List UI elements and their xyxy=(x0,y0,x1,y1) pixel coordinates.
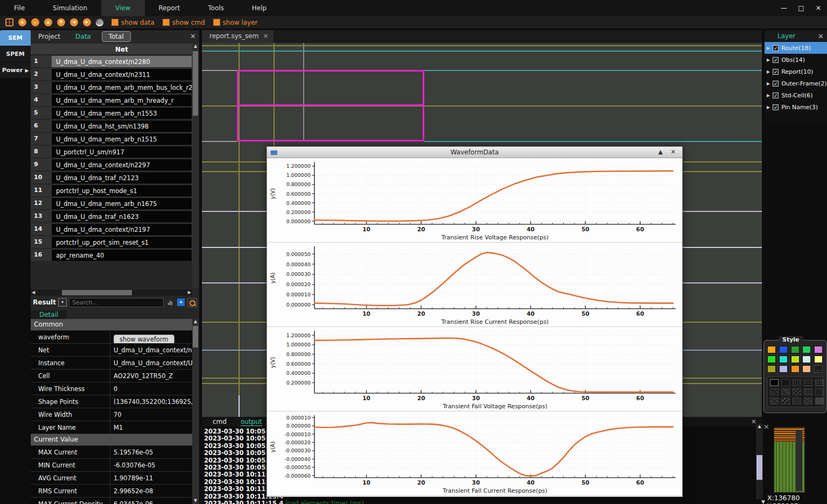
search-icon[interactable] xyxy=(187,298,197,307)
checkbox-icon[interactable] xyxy=(163,19,170,26)
net-name[interactable]: apr_rename_40 xyxy=(51,249,192,262)
rail-tab-sem[interactable]: SEM xyxy=(0,30,31,46)
pattern-swatch[interactable] xyxy=(793,388,801,395)
checkbox-icon[interactable]: ✓ xyxy=(773,93,779,98)
checkbox-icon[interactable]: ✓ xyxy=(773,81,779,87)
expand-icon[interactable]: ▶ xyxy=(767,105,770,110)
net-name[interactable]: U_dma_U_dma_context/n2297 xyxy=(51,159,192,172)
pattern-swatch[interactable] xyxy=(815,397,824,404)
net-name[interactable]: U_dma_U_dma_mem_arb_m_hready_r xyxy=(51,94,192,107)
show-waveform-button[interactable]: show waveform xyxy=(114,335,174,343)
checkbox-icon[interactable] xyxy=(111,19,118,26)
net-row[interactable]: 3U_dma_U_dma_mem_arb_mem_bus_lock_r2 xyxy=(31,81,192,94)
pattern-swatch[interactable] xyxy=(804,397,812,404)
globe-icon[interactable] xyxy=(96,19,103,26)
net-row[interactable]: 6U_dma_U_dma_hst_sm/n1398 xyxy=(31,120,192,133)
pattern-swatch[interactable] xyxy=(781,397,790,404)
menu-view[interactable]: View xyxy=(101,0,144,16)
zoom-out-icon[interactable]: - xyxy=(31,18,39,26)
histogram-icon[interactable] xyxy=(166,298,174,307)
net-row[interactable]: 16apr_rename_40 xyxy=(31,249,192,262)
layer-item-std-cell[interactable]: ▶✓Std-Cell(6) xyxy=(765,89,827,101)
net-row[interactable]: 1U_dma_U_dma_context/n2280 xyxy=(31,55,192,68)
layer-item-report[interactable]: ▶✓Report(10) xyxy=(765,66,827,77)
color-swatch[interactable] xyxy=(779,365,788,373)
scroll-down-icon[interactable]: ▼ xyxy=(761,499,765,504)
checkbox-icon[interactable]: ✓ xyxy=(773,104,779,110)
result-dropdown[interactable]: ▾ xyxy=(58,298,67,307)
net-row[interactable]: 9U_dma_U_dma_context/n2297 xyxy=(31,159,192,172)
tab-report-sys-sem[interactable]: report.sys_sem✕ xyxy=(202,30,274,43)
net-name[interactable]: U_dma_U_dma_mem_arb_n1553 xyxy=(51,107,192,120)
close-icon[interactable]: ✕ xyxy=(814,4,823,12)
menu-simulation[interactable]: Simulation xyxy=(39,0,101,16)
collapse-icon[interactable]: ▲ xyxy=(658,148,663,155)
net-name[interactable]: U_dma_U_dma_mem_arb_n1515 xyxy=(51,133,192,146)
pattern-swatch[interactable] xyxy=(804,388,812,395)
color-swatch[interactable] xyxy=(791,365,800,373)
layout-grid-icon[interactable] xyxy=(5,18,13,26)
net-name[interactable]: U_dma_U_dma_context/n2197 xyxy=(51,223,192,236)
net-row[interactable]: 14U_dma_U_dma_context/n2197 xyxy=(31,223,192,236)
zoom-in-icon[interactable]: + xyxy=(18,18,26,26)
left-arrow-icon[interactable]: ◀ xyxy=(70,18,78,26)
tab-total[interactable]: Total xyxy=(102,31,131,42)
pattern-swatch[interactable] xyxy=(815,379,824,386)
close-icon[interactable]: ✕ xyxy=(190,32,196,40)
layer-item-pin--name[interactable]: ▶✓Pin Name(3) xyxy=(765,101,827,113)
net-name[interactable]: U_dma_U_dma_mem_arb_n1675 xyxy=(51,197,192,210)
console-tab-output[interactable]: output xyxy=(241,418,262,426)
pattern-swatch[interactable] xyxy=(793,397,801,404)
locate-icon[interactable]: ✦ xyxy=(177,298,185,307)
close-icon[interactable]: ✕ xyxy=(818,32,824,40)
rail-tab-spem[interactable]: SPEM xyxy=(0,46,31,62)
more-colors-button[interactable]: ... xyxy=(814,365,823,373)
right-arrow-icon[interactable]: ▶ xyxy=(83,18,91,26)
layer-item-obs[interactable]: ▶✓Obs(14) xyxy=(765,54,827,66)
tab-data[interactable]: Data xyxy=(68,33,99,40)
search-input[interactable] xyxy=(69,298,164,307)
menu-help[interactable]: Help xyxy=(238,0,281,16)
pattern-swatch[interactable] xyxy=(793,379,801,386)
net-table-hscrollbar[interactable]: ◀▶ xyxy=(31,289,192,296)
close-icon[interactable]: ✕ xyxy=(671,148,676,155)
close-icon[interactable]: ✕ xyxy=(263,32,268,43)
net-row[interactable]: 10U_dma_U_dma_traf_n2123 xyxy=(31,172,192,184)
checkbox-icon[interactable] xyxy=(213,19,220,26)
color-swatch[interactable] xyxy=(814,346,823,353)
expand-icon[interactable]: ▶ xyxy=(767,81,770,86)
waveform-titlebar[interactable]: WaveformData ▲ ✕ xyxy=(267,147,682,158)
net-row[interactable]: 8U_portctrl_U_sm/n917 xyxy=(31,146,192,159)
color-swatch[interactable] xyxy=(814,356,823,363)
expand-icon[interactable]: ▶ xyxy=(767,93,770,98)
maximize-icon[interactable]: □ xyxy=(797,4,805,12)
console-tab-cmd[interactable]: cmd xyxy=(213,418,227,425)
net-name[interactable]: U_portctrl_U_sm/n917 xyxy=(51,146,192,159)
color-swatch[interactable] xyxy=(779,346,788,353)
checkbox-icon[interactable]: ✓ xyxy=(773,57,779,63)
net-name[interactable]: U_dma_U_dma_context/n2311 xyxy=(51,68,192,81)
color-swatch[interactable] xyxy=(791,356,800,363)
net-name[interactable]: U_dma_U_dma_hst_sm/n1398 xyxy=(51,120,192,133)
color-swatch[interactable] xyxy=(779,356,788,363)
minimap[interactable] xyxy=(774,427,805,493)
color-swatch[interactable] xyxy=(802,346,811,353)
net-row[interactable]: 11portctrl_up_host_mode_s1 xyxy=(31,184,192,197)
tab-project[interactable]: Project xyxy=(31,33,68,40)
net-row[interactable]: 4U_dma_U_dma_mem_arb_m_hready_r xyxy=(31,94,192,107)
net-name[interactable]: portctrl_up_port_sim_reset_s1 xyxy=(51,236,192,249)
property-vscrollbar[interactable]: ▲▼ xyxy=(192,319,199,504)
color-swatch[interactable] xyxy=(767,365,776,373)
net-name[interactable]: portctrl_up_host_mode_s1 xyxy=(51,184,192,197)
detail-tab[interactable]: Detail xyxy=(31,309,199,318)
expand-icon[interactable]: ▶ xyxy=(767,46,770,51)
color-swatch[interactable] xyxy=(767,356,776,363)
rail-tab-power[interactable]: Power▶ xyxy=(0,62,31,78)
net-table-vscrollbar[interactable]: ▲ xyxy=(192,44,199,288)
net-row[interactable]: 5U_dma_U_dma_mem_arb_n1553 xyxy=(31,107,192,120)
pattern-swatch[interactable] xyxy=(804,379,812,386)
net-name[interactable]: U_dma_U_dma_context/n2280 xyxy=(51,55,192,68)
color-swatch[interactable] xyxy=(767,346,776,353)
canvas-vscrollbar[interactable]: ▲ xyxy=(756,424,763,499)
minimize-icon[interactable]: — xyxy=(780,4,788,12)
